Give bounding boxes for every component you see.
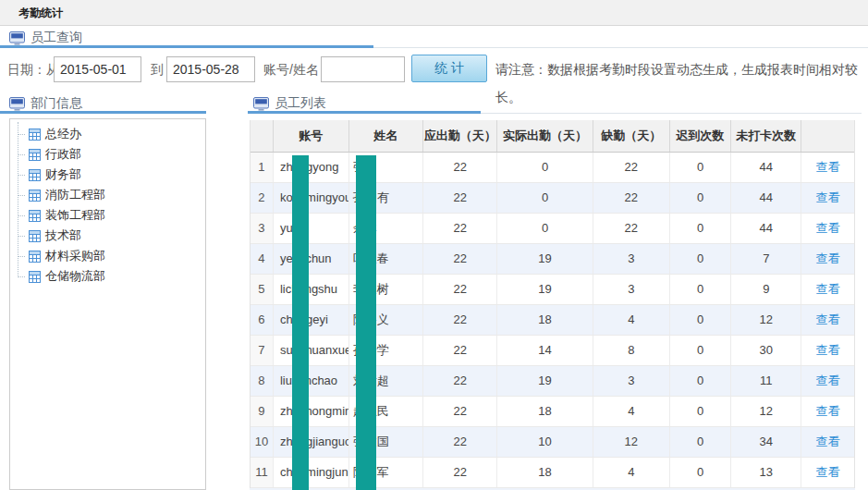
view-link[interactable]: 查看 bbox=[816, 404, 840, 418]
department-tree-item[interactable]: 总经办 bbox=[0, 124, 206, 144]
department-tree-item[interactable]: 技术部 bbox=[0, 226, 206, 246]
late-cell: 0 bbox=[670, 366, 732, 396]
actual-cell: 0 bbox=[497, 214, 593, 243]
due-cell: 22 bbox=[423, 214, 497, 243]
account-cell: chengeyi bbox=[274, 305, 349, 335]
due-cell: 22 bbox=[423, 153, 497, 182]
due-cell: 22 bbox=[423, 305, 497, 335]
account-cell: yulin bbox=[274, 214, 349, 243]
view-link[interactable]: 查看 bbox=[816, 221, 840, 235]
statistics-button[interactable]: 统 计 bbox=[411, 55, 487, 82]
department-label: 技术部 bbox=[45, 227, 81, 244]
tree-connector bbox=[18, 175, 25, 176]
late-cell: 0 bbox=[670, 397, 732, 426]
table-header-row: 账号姓名应出勤（天）实际出勤（天）缺勤（天）迟到次数未打卡次数 bbox=[251, 120, 854, 153]
late-cell: 0 bbox=[670, 183, 732, 213]
late-cell: 0 bbox=[670, 244, 732, 274]
absent-cell: 3 bbox=[593, 275, 670, 304]
department-label: 财务部 bbox=[45, 166, 81, 183]
table-row: 9zhazhongmin赵忠民22184012查看 bbox=[251, 397, 854, 427]
table-icon bbox=[29, 251, 41, 263]
due-cell: 22 bbox=[423, 183, 497, 213]
table-row: 11chenmingjun陈明军22184013查看 bbox=[251, 458, 854, 488]
top-title-bar: 考勤统计 bbox=[0, 0, 868, 26]
column-header: 实际出勤（天） bbox=[497, 120, 593, 152]
view-cell: 查看 bbox=[801, 427, 854, 457]
employee-list-underline bbox=[248, 111, 481, 114]
num-cell: 1 bbox=[251, 153, 274, 182]
actual-cell: 14 bbox=[497, 336, 593, 365]
due-cell: 22 bbox=[423, 244, 497, 274]
date-from-input[interactable] bbox=[54, 56, 141, 82]
account-name-label: 账号/姓名 bbox=[263, 55, 319, 83]
page-title: 考勤统计 bbox=[18, 0, 63, 26]
table-row: 7sunchuanxue孙传学22148030查看 bbox=[251, 336, 854, 366]
absent-cell: 4 bbox=[593, 458, 670, 487]
table-row: 3yulin余林22022044查看 bbox=[251, 214, 854, 244]
view-link[interactable]: 查看 bbox=[816, 251, 840, 265]
view-link[interactable]: 查看 bbox=[816, 465, 840, 479]
late-cell: 0 bbox=[670, 153, 732, 182]
to-label: 到 bbox=[151, 55, 164, 83]
employee-list-section-title: 员工列表 bbox=[275, 95, 326, 112]
table-row: 5lichangshu李长树2219309查看 bbox=[251, 275, 854, 305]
view-link[interactable]: 查看 bbox=[816, 312, 840, 326]
department-tree-item[interactable]: 行政部 bbox=[0, 144, 206, 165]
view-cell: 查看 bbox=[801, 458, 854, 487]
employee-table: 账号姓名应出勤（天）实际出勤（天）缺勤（天）迟到次数未打卡次数 1zhangyo… bbox=[250, 120, 855, 488]
column-header: 账号 bbox=[274, 120, 349, 152]
actual-cell: 0 bbox=[497, 183, 593, 213]
department-tree-item[interactable]: 材料采购部 bbox=[0, 246, 206, 266]
actual-cell: 18 bbox=[497, 397, 593, 426]
actual-cell: 18 bbox=[497, 458, 593, 487]
date-to-input[interactable] bbox=[166, 56, 255, 82]
view-link[interactable]: 查看 bbox=[816, 435, 840, 448]
num-cell: 6 bbox=[251, 305, 274, 335]
department-tree-item[interactable]: 消防工程部 bbox=[0, 185, 206, 205]
num-cell: 9 bbox=[251, 397, 274, 426]
actual-cell: 10 bbox=[497, 427, 593, 457]
table-body: 1zhangyong张勇22022044查看2kongmingyou孔明有220… bbox=[251, 153, 854, 488]
department-label: 装饰工程部 bbox=[45, 207, 105, 224]
num-cell: 11 bbox=[251, 458, 274, 487]
num-cell: 2 bbox=[251, 183, 274, 213]
view-link[interactable]: 查看 bbox=[816, 343, 840, 357]
table-row: 6chengeyi陈格义22184012查看 bbox=[251, 305, 854, 336]
tree-connector bbox=[18, 154, 25, 155]
view-link[interactable]: 查看 bbox=[816, 190, 840, 204]
missed-cell: 30 bbox=[731, 336, 801, 365]
account-cell: kongmingyou bbox=[274, 183, 349, 213]
account-cell: lichangshu bbox=[274, 275, 349, 304]
department-label: 材料采购部 bbox=[45, 248, 105, 264]
view-cell: 查看 bbox=[801, 275, 854, 304]
view-cell: 查看 bbox=[801, 336, 854, 365]
department-tree-item[interactable]: 仓储物流部 bbox=[0, 266, 206, 287]
missed-cell: 13 bbox=[731, 458, 801, 487]
account-cell: liuyanchao bbox=[274, 366, 349, 396]
tree-connector bbox=[18, 215, 25, 216]
redaction-bar bbox=[292, 155, 309, 490]
absent-cell: 22 bbox=[593, 183, 670, 213]
table-icon bbox=[29, 271, 41, 283]
missed-cell: 44 bbox=[731, 153, 801, 182]
account-cell: zhazhongmin bbox=[274, 397, 349, 426]
tree-connector bbox=[18, 276, 25, 277]
department-tree-item[interactable]: 装饰工程部 bbox=[0, 205, 206, 226]
absent-cell: 3 bbox=[593, 244, 670, 274]
table-row: 8liuyanchao刘彦超22193011查看 bbox=[251, 366, 854, 397]
actual-cell: 18 bbox=[497, 305, 593, 335]
column-header: 缺勤（天） bbox=[593, 120, 670, 152]
view-link[interactable]: 查看 bbox=[816, 374, 840, 387]
department-label: 消防工程部 bbox=[45, 187, 105, 203]
late-cell: 0 bbox=[670, 458, 732, 487]
redaction-bar bbox=[356, 155, 376, 490]
view-link[interactable]: 查看 bbox=[816, 160, 840, 174]
monitor-icon bbox=[9, 31, 25, 45]
view-link[interactable]: 查看 bbox=[816, 282, 840, 296]
tree-connector bbox=[18, 195, 25, 196]
account-cell: zhangjianguo bbox=[274, 427, 349, 457]
actual-cell: 19 bbox=[497, 366, 593, 396]
account-name-input[interactable] bbox=[321, 56, 405, 82]
department-tree-item[interactable]: 财务部 bbox=[0, 165, 206, 185]
query-section-header: 员工查询 bbox=[6, 30, 82, 46]
